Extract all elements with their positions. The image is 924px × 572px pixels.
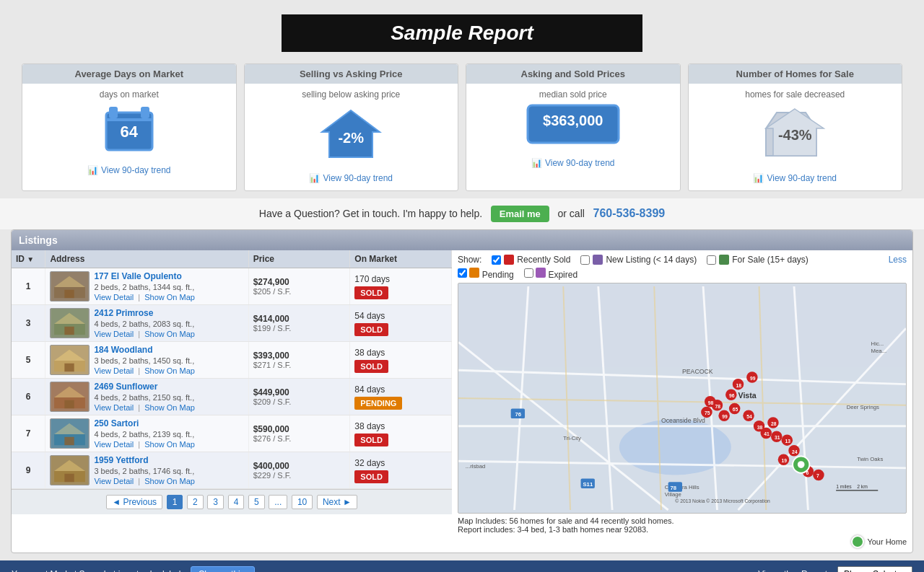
svg-text:© 2013 Nokia   © 2013 Microsof: © 2013 Nokia © 2013 Microsoft Corporatio… [675,498,770,504]
footer-bar: Your next Market Snapshot is not schedul… [0,560,924,572]
svg-text:24: 24 [792,449,798,454]
filter-pending[interactable]: Pending [458,268,514,280]
pending-dot [469,268,479,278]
trend-link-ask-sold[interactable]: 📊 View 90-day trend [531,158,615,168]
next-page-button[interactable]: Next ► [317,495,357,509]
days-on-market-6: 84 days [354,384,447,395]
listing-thumb-9 [50,455,90,485]
col-header-on-market: On Market [350,250,452,268]
stat-card-sell-ask: Selling vs Asking Price selling below as… [244,63,459,191]
cell-id-9: 9 [12,452,45,489]
page-10-button[interactable]: 10 [292,495,313,509]
reports-select[interactable]: Please Select Report 1 Report 2 Report 3 [837,566,912,572]
svg-text:Deer Springs: Deer Springs [847,404,879,410]
col-header-price: Price [248,250,350,268]
page-3-button[interactable]: 3 [207,495,224,509]
svg-text:78: 78 [715,404,721,409]
table-row: 5 184 Woodland 3 beds, 2 baths, 1450 sq. [12,342,452,379]
show-on-map-link-6[interactable]: Show On Map [144,403,195,412]
view-detail-link-9[interactable]: View Detail [94,477,134,485]
filter-pending-checkbox[interactable] [458,268,467,278]
svg-rect-2 [141,107,149,118]
svg-text:2 km: 2 km [857,484,868,489]
listing-address-6: 2469 Sunflower [94,382,195,392]
sold-dot [504,255,514,265]
stat-card-ask-sold: Asking and Sold Prices median sold price… [466,63,681,191]
svg-text:7: 7 [816,473,819,478]
cell-price-1: $274,900 $205 / S.F. [248,268,350,305]
price-value-5: $393,000 [253,351,346,361]
cell-price-6: $449,900 $209 / S.F. [248,379,350,415]
show-on-map-link-7[interactable]: Show On Map [144,440,195,449]
col-header-id[interactable]: ID ▼ [12,250,45,268]
filter-pending-label: Pending [482,270,514,280]
stat-title-homes-sale: Number of Homes for Sale [689,64,902,84]
filter-sold[interactable]: Recently Sold [492,255,570,265]
listing-thumb-1 [50,271,90,302]
status-badge-1: SOLD [354,286,388,299]
sep-7: | [138,440,140,449]
report-title: Sample Report [282,22,642,45]
svg-rect-15 [65,327,74,335]
filter-forsale[interactable]: For Sale (15+ days) [707,255,808,265]
days-on-market-5: 38 days [354,348,447,358]
trend-link-sell-ask[interactable]: 📊 View 90-day trend [309,173,393,183]
filter-forsale-checkbox[interactable] [707,255,716,265]
svg-text:75: 75 [705,410,710,415]
price-value-1: $274,900 [253,277,346,287]
prev-page-button[interactable]: ◄ Previous [106,495,162,509]
trend-link-avg-days[interactable]: 📊 View 90-day trend [87,165,171,175]
email-button[interactable]: Email me [491,206,549,222]
filter-new-checkbox[interactable] [580,255,590,265]
svg-text:13: 13 [785,439,790,444]
page-2-button[interactable]: 2 [187,495,204,509]
change-button[interactable]: Change this. [191,566,255,572]
filter-expired[interactable]: Expired [524,268,578,280]
svg-text:31: 31 [775,435,780,440]
view-detail-link-7[interactable]: View Detail [94,440,134,449]
view-detail-link-6[interactable]: View Detail [94,403,134,412]
listing-details-3: 4 beds, 2 baths, 2083 sq. ft., [94,320,195,328]
show-on-map-link-3[interactable]: Show On Map [144,330,195,338]
your-home-badge: Your Home [458,535,907,548]
map-info-line1: Map Includes: 56 homes for sale and 44 r… [458,516,907,525]
stat-sub-homes-sale: homes for sale decreased [696,89,895,100]
page-1-button[interactable]: 1 [167,495,183,509]
svg-text:98: 98 [708,400,714,405]
stat-title-ask-sold: Asking and Sold Prices [466,64,680,84]
page-5-button[interactable]: 5 [248,495,265,509]
sep-9: | [138,477,140,485]
table-row: 7 250 Sartori 4 beds, 2 baths, 2139 sq. … [12,415,452,452]
show-on-map-link-5[interactable]: Show On Map [144,366,195,375]
cell-id-5: 5 [12,342,45,379]
bar-chart-icon-2: 📊 [309,173,320,183]
filter-new[interactable]: New Listing (< 14 days) [580,255,697,265]
stat-sub-avg-days: days on market [30,89,229,100]
show-on-map-link-1[interactable]: Show On Map [144,293,195,302]
cell-address-6: 2469 Sunflower 4 beds, 2 baths, 2150 sq.… [45,379,248,415]
filter-expired-label: Expired [548,270,578,280]
svg-text:S11: S11 [583,481,593,488]
view-detail-link-5[interactable]: View Detail [94,366,134,375]
cell-id-1: 1 [12,268,45,305]
svg-text:38: 38 [757,425,763,430]
show-on-map-link-9[interactable]: Show On Map [144,477,195,485]
filter-sold-checkbox[interactable] [492,255,501,265]
price-sqft-9: $229 / S.F. [253,471,346,480]
svg-text:19: 19 [782,458,788,463]
cell-address-3: 2412 Primrose 4 beds, 2 baths, 2083 sq. … [45,305,248,342]
view-detail-link-3[interactable]: View Detail [94,330,134,338]
page-4-button[interactable]: 4 [228,495,245,509]
cell-market-6: 84 days PENDING [350,379,452,415]
svg-rect-11 [65,290,74,298]
cell-market-1: 170 days SOLD [350,268,452,305]
price-value-3: $414,000 [253,314,346,324]
view-detail-link-1[interactable]: View Detail [94,293,134,302]
less-link[interactable]: Less [889,255,907,265]
trend-link-homes-sale[interactable]: 📊 View 90-day trend [753,173,837,183]
listing-details-7: 4 beds, 2 baths, 2139 sq. ft., [94,430,195,439]
svg-text:96: 96 [729,393,735,398]
listing-actions-9: View Detail | Show On Map [94,477,195,485]
filter-expired-checkbox[interactable] [524,268,533,278]
svg-text:76: 76 [515,411,521,418]
